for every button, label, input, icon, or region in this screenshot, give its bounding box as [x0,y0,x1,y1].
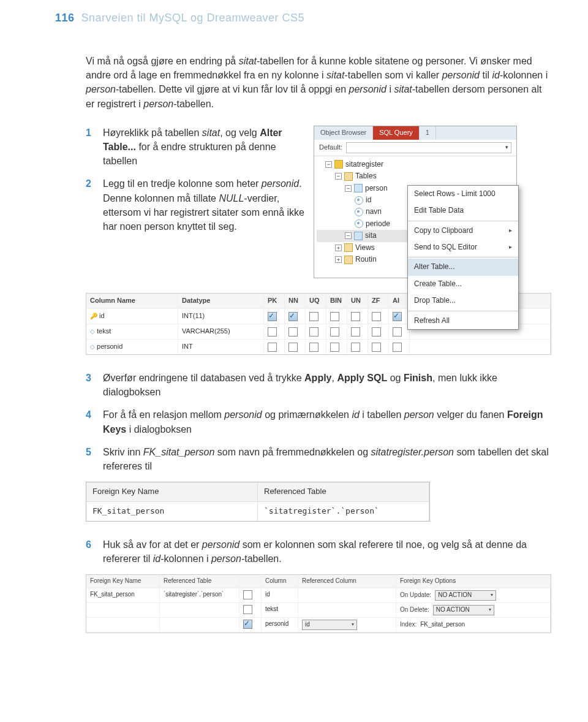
column-name: personid [97,343,123,350]
checkbox-uq[interactable] [309,312,318,321]
label: sita [365,230,377,241]
checkbox-nn[interactable] [288,343,298,352]
checkbox-ai[interactable] [393,343,402,352]
label: sitatregister [345,159,383,170]
checkbox-pk[interactable] [268,343,277,352]
menu-copy-clipboard[interactable]: Copy to Clipboard [408,222,518,239]
fk-simple-grid: Foreign Key Name Referenced Table FK_sit… [86,482,430,522]
em: id [352,409,359,420]
refcol-dropdown[interactable]: id▾ [302,620,357,630]
col-header: NN [285,294,306,308]
text: i tabellen [360,409,404,420]
default-schema-dropdown[interactable]: ▾ [346,142,511,153]
on-delete-dropdown[interactable]: NO ACTION▾ [433,605,494,615]
fkw-col: tekst [262,603,298,618]
menu-edit-table-data[interactable]: Edit Table Data [408,202,518,219]
em: personid [442,70,480,80]
fk-reftable-cell[interactable]: `sitatregister`.`person` [258,502,429,521]
column-icon [355,208,363,216]
checkbox-pk[interactable] [268,312,277,321]
fk-header-name: Foreign Key Name [86,482,258,501]
em: sitat [239,56,257,66]
col-header: UQ [306,294,326,308]
checkbox-bin[interactable] [330,312,339,321]
step-number: 3 [86,371,91,385]
col-header: AI [389,294,410,308]
cell [86,618,160,633]
cell [160,603,239,618]
checkbox-ai[interactable] [393,312,402,321]
fkw-fkname[interactable]: FK_sitat_person [86,588,160,603]
menu-select-rows[interactable]: Select Rows - Limit 1000 [408,186,518,202]
bold: Apply [304,373,331,383]
on-delete-label: On Delete: [400,606,429,615]
fkw-header-chk [239,575,262,588]
cell [86,603,160,618]
column-name: id [99,312,105,319]
checkbox-zf[interactable] [372,312,381,321]
menu-refresh-all[interactable]: Refresh All [408,313,518,329]
text: -tabellen som vi kaller [344,70,442,80]
checkbox-bin[interactable] [330,327,339,336]
text: , og velg [220,127,260,138]
default-label: Default: [319,143,342,153]
menu-create-table[interactable]: Create Table... [408,276,518,292]
checkbox-col-personid[interactable] [243,620,252,629]
col-header: BIN [326,294,347,308]
step-number: 4 [86,408,91,422]
step-number: 6 [86,538,91,552]
em: person [404,409,434,420]
column-icon [355,196,363,205]
tab-object-browser[interactable]: Object Browser [314,126,373,140]
tree-tables-folder[interactable]: Tables [317,170,514,182]
checkbox-col-id[interactable] [243,590,252,599]
text: Skriv inn [103,447,143,457]
context-menu: Select Rows - Limit 1000 Edit Table Data… [407,185,519,330]
em: personid [262,178,299,189]
value: NO ACTION [438,591,472,600]
checkbox-nn[interactable] [288,327,298,336]
checkbox-uq[interactable] [309,343,318,352]
checkbox-un[interactable] [351,327,360,336]
checkbox-col-tekst[interactable] [243,605,252,614]
on-update-dropdown[interactable]: NO ACTION▾ [435,590,496,601]
label: navn [366,207,382,217]
menu-send-sql-editor[interactable]: Send to SQL Editor [408,239,518,256]
chevron-down-icon: ▾ [489,606,491,614]
em: sitat [202,127,220,138]
label: person [365,183,388,194]
text: Legg til en tredje kolonne som heter [103,178,262,189]
checkbox-uq[interactable] [309,327,318,336]
expand-icon[interactable] [335,245,342,251]
checkbox-ai[interactable] [393,327,402,336]
column-row[interactable]: ◇ personid INT [86,339,551,354]
checkbox-zf[interactable] [372,327,381,336]
checkbox-un[interactable] [351,312,360,321]
fk-name-cell[interactable]: FK_sitat_person [86,502,258,521]
checkbox-un[interactable] [351,343,360,352]
collapse-icon[interactable] [345,232,352,239]
text: -tabellen. [173,99,214,109]
folder-icon [344,172,353,181]
checkbox-nn[interactable] [288,312,298,321]
checkbox-zf[interactable] [372,343,381,352]
tab-sql-query[interactable]: SQL Query [373,126,420,140]
expand-icon[interactable] [335,256,342,263]
menu-separator [408,311,518,311]
fk-header-reftable: Referenced Table [258,482,429,501]
table-icon [354,184,363,192]
text: -tabellen. Dette vil gjøre at vi kun får… [116,84,349,94]
checkbox-bin[interactable] [330,343,339,352]
collapse-icon[interactable] [345,185,352,192]
collapse-icon[interactable] [325,161,332,168]
default-cell[interactable] [410,340,551,354]
checkbox-pk[interactable] [268,327,277,336]
folder-icon [344,243,353,252]
bold: Apply SQL [337,373,387,383]
tree-schema[interactable]: sitatregister [317,159,514,170]
menu-alter-table[interactable]: Alter Table... [408,259,518,275]
menu-drop-table[interactable]: Drop Table... [408,292,518,309]
cell [160,618,239,633]
collapse-icon[interactable] [335,173,342,180]
fkw-reftable[interactable]: `sitatregister`.`person` [160,588,239,603]
